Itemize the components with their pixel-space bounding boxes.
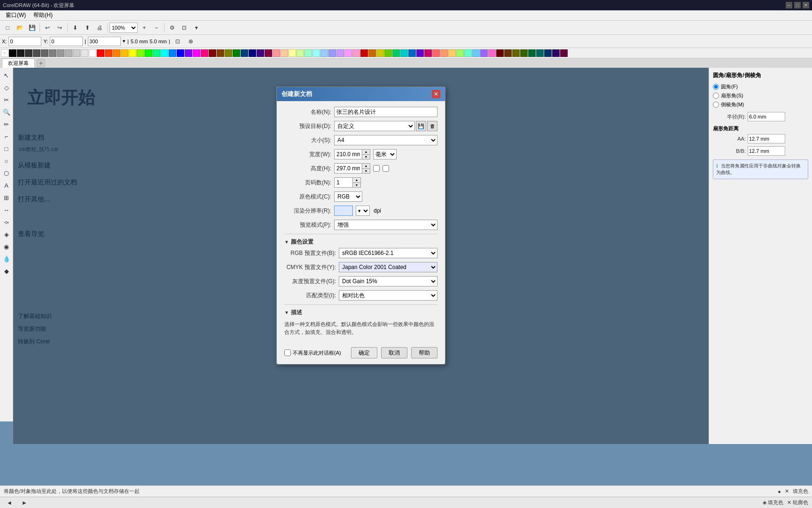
width-up-btn[interactable]: ▲ <box>362 150 370 155</box>
color-swatch[interactable] <box>281 49 288 57</box>
text-tool[interactable]: A <box>1 180 12 191</box>
color-swatch[interactable] <box>273 49 280 57</box>
color-swatch[interactable] <box>352 49 360 57</box>
color-swatch[interactable] <box>97 49 104 57</box>
redo-btn[interactable]: ↪ <box>54 22 65 33</box>
color-swatch[interactable] <box>129 49 136 57</box>
color-swatch[interactable] <box>432 49 440 57</box>
menu-window[interactable]: 窗口(W) <box>2 10 30 20</box>
menu-help[interactable]: 帮助(H) <box>30 10 56 20</box>
connector-tool[interactable]: ⤼ <box>1 216 12 228</box>
chamfer-corner-radio[interactable] <box>713 102 719 108</box>
color-swatch[interactable] <box>528 49 536 57</box>
rgb-profile-select[interactable]: sRGB IEC61966-2.1 <box>339 248 437 258</box>
color-swatch[interactable] <box>257 49 264 57</box>
color-swatch[interactable] <box>400 49 408 57</box>
color-swatch[interactable] <box>169 49 176 57</box>
color-swatch[interactable] <box>328 49 336 57</box>
color-swatch[interactable] <box>424 49 432 57</box>
undo-btn[interactable]: ↩ <box>42 22 53 33</box>
dpi-dropdown[interactable]: ▾ <box>356 206 370 216</box>
cancel-button[interactable]: 取消 <box>381 347 407 358</box>
color-swatch[interactable] <box>209 49 216 57</box>
color-swatch[interactable] <box>560 49 568 57</box>
width-input[interactable] <box>334 149 362 159</box>
color-swatch[interactable] <box>17 49 24 57</box>
name-input[interactable] <box>334 107 437 117</box>
dimension-tool[interactable]: ↔ <box>1 204 12 215</box>
color-swatch[interactable] <box>73 49 80 57</box>
color-swatch[interactable] <box>185 49 192 57</box>
color-swatch[interactable] <box>41 49 48 57</box>
interactive-tool[interactable]: ◆ <box>1 265 12 277</box>
landscape-checkbox[interactable] <box>383 165 389 172</box>
color-swatch[interactable] <box>320 49 328 57</box>
color-swatch[interactable] <box>9 49 16 57</box>
color-swatch[interactable] <box>193 49 200 57</box>
color-swatch[interactable] <box>536 49 544 57</box>
fit-btn[interactable]: ⊡ <box>172 36 183 47</box>
no-color-swatch[interactable]: ✕ <box>1 49 8 57</box>
fan-corner-radio[interactable] <box>713 93 719 99</box>
color-swatch[interactable] <box>297 49 304 57</box>
color-swatch[interactable] <box>448 49 456 57</box>
export-btn[interactable]: ⬆ <box>82 22 93 33</box>
view-btn[interactable]: ▾ <box>191 22 202 33</box>
zoom-select[interactable]: 100% <box>109 23 138 33</box>
color-swatch[interactable] <box>241 49 248 57</box>
color-swatch[interactable] <box>105 49 112 57</box>
resolution-input[interactable]: 0.001 mm <box>88 37 121 46</box>
color-swatch[interactable] <box>464 49 472 57</box>
curve-tool[interactable]: ✏ <box>1 119 12 130</box>
fit-page-btn[interactable]: ⊡ <box>179 22 190 33</box>
open-btn[interactable]: 📂 <box>14 22 25 33</box>
color-swatch[interactable] <box>520 49 528 57</box>
preset-save-btn[interactable]: 💾 <box>416 121 426 131</box>
minimize-button[interactable]: ─ <box>786 2 792 8</box>
smart-fill-tool[interactable]: ◉ <box>1 241 12 252</box>
chamfer-corner-option[interactable]: 倒棱角(M) <box>713 101 808 108</box>
fan-corner-option[interactable]: 扇形角(S) <box>713 92 808 99</box>
unit-select[interactable]: 毫米 <box>373 149 397 159</box>
color-swatch[interactable] <box>89 49 96 57</box>
color-swatch[interactable] <box>496 49 504 57</box>
color-swatch[interactable] <box>408 49 416 57</box>
save-btn[interactable]: 💾 <box>26 22 38 33</box>
color-swatch[interactable] <box>121 49 128 57</box>
color-swatch[interactable] <box>368 49 376 57</box>
zoom-tool[interactable]: 🔍 <box>1 106 12 118</box>
color-swatch[interactable] <box>392 49 400 57</box>
gray-profile-select[interactable]: Dot Gain 15% <box>339 276 437 286</box>
match-type-select[interactable]: 相对比色 <box>339 290 437 301</box>
color-swatch[interactable] <box>312 49 320 57</box>
color-swatch[interactable] <box>233 49 240 57</box>
cmyk-profile-select[interactable]: Japan Color 2001 Coated <box>339 262 437 272</box>
tab-welcome[interactable]: 欢迎屏幕 <box>2 58 35 68</box>
color-swatch[interactable] <box>25 49 32 57</box>
color-swatch[interactable] <box>57 49 64 57</box>
pos-x-input[interactable] <box>8 37 41 46</box>
color-swatch[interactable] <box>344 49 352 57</box>
color-swatch[interactable] <box>81 49 88 57</box>
color-swatch[interactable] <box>249 49 256 57</box>
color-swatch[interactable] <box>544 49 552 57</box>
color-swatch[interactable] <box>440 49 448 57</box>
add-btn[interactable]: ⊕ <box>185 36 196 47</box>
polygon-tool[interactable]: ⬡ <box>1 167 12 179</box>
nav-prev-btn[interactable]: ◄ <box>4 497 15 508</box>
color-swatch[interactable] <box>145 49 152 57</box>
preview-select[interactable]: 增强 <box>334 220 437 230</box>
color-swatch[interactable] <box>137 49 144 57</box>
color-swatch[interactable] <box>512 49 520 57</box>
import-btn[interactable]: ⬇ <box>70 22 81 33</box>
preset-delete-btn[interactable]: 🗑 <box>427 121 437 131</box>
color-swatch[interactable] <box>456 49 464 57</box>
radius-input[interactable] <box>748 112 785 121</box>
new-btn[interactable]: □ <box>2 22 13 33</box>
settings-btn[interactable]: ⚙ <box>166 22 178 33</box>
no-show-checkbox[interactable] <box>284 349 291 356</box>
fill-tool[interactable]: ◈ <box>1 229 12 240</box>
height-input[interactable] <box>334 163 362 174</box>
pages-up-btn[interactable]: ▲ <box>353 178 360 183</box>
table-tool[interactable]: ⊞ <box>1 192 12 203</box>
